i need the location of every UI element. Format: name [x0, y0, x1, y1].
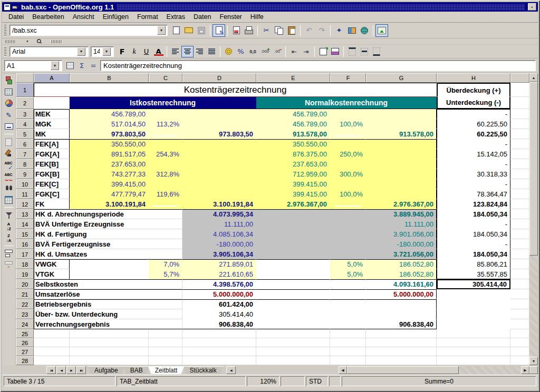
cell-A9[interactable]: FGK[B]: [34, 169, 70, 179]
paste-icon[interactable]: [285, 24, 298, 37]
delete-decimal-place-icon[interactable]: [271, 46, 283, 57]
cut-icon[interactable]: ✂: [260, 24, 273, 37]
cell-F27[interactable]: [330, 347, 366, 356]
cell-filler-28[interactable]: [510, 356, 529, 365]
horizontal-scrollbar-thumb[interactable]: [347, 366, 459, 374]
cell-F14[interactable]: [330, 219, 366, 229]
cell-G20[interactable]: 4.093.161,60: [366, 279, 437, 289]
scroll-right-button[interactable]: ▶: [521, 366, 529, 374]
cell-H21[interactable]: [437, 289, 510, 299]
row-header-1[interactable]: 1: [16, 83, 34, 97]
cell-D4[interactable]: [182, 119, 256, 129]
cell-filler-14[interactable]: [510, 219, 529, 229]
cell-B10[interactable]: 399.415,00: [70, 179, 149, 189]
cell-G6[interactable]: [366, 139, 437, 149]
cell-H11[interactable]: 78.364,47: [437, 189, 510, 199]
cell-F23[interactable]: [330, 309, 366, 319]
cell-D21[interactable]: 5.000.000,00: [182, 289, 256, 299]
insert-cells-icon[interactable]: [3, 86, 15, 97]
cell-B2[interactable]: Istkostenrechnung: [70, 97, 256, 109]
cell-B11[interactable]: 477.779,47: [70, 189, 149, 199]
cell-G3[interactable]: [366, 109, 437, 119]
scroll-up-button[interactable]: ▲: [529, 73, 538, 82]
cell-G4[interactable]: [366, 119, 437, 129]
previous-sheet-button[interactable]: ◀: [56, 366, 66, 374]
cell-D15[interactable]: 4.085.106,34: [182, 229, 256, 239]
cell-E18[interactable]: [256, 259, 330, 269]
cell-H10[interactable]: -: [437, 179, 510, 189]
cell-filler-6[interactable]: [510, 139, 529, 149]
cell-A12[interactable]: FK: [34, 199, 70, 209]
cell-A28[interactable]: [34, 356, 70, 365]
cell-G11[interactable]: [366, 189, 437, 199]
background-color-icon[interactable]: [329, 46, 341, 57]
menu-datei[interactable]: Datei: [4, 12, 28, 22]
cell-F13[interactable]: [330, 209, 366, 219]
cell-H20[interactable]: 305.414,40: [437, 279, 510, 289]
cell-A11[interactable]: FGK[C]: [34, 189, 70, 199]
cell-B26[interactable]: [70, 338, 149, 347]
cell-G21[interactable]: 5.000.000,00: [366, 289, 437, 299]
cell-B28[interactable]: [70, 356, 149, 365]
cell-C10[interactable]: [149, 179, 182, 189]
align-bottom-icon[interactable]: [370, 46, 382, 57]
cell-A8[interactable]: FEK[B]: [34, 159, 70, 169]
cell-H15[interactable]: 184.050,34: [437, 229, 510, 239]
first-sheet-button[interactable]: |◀: [46, 366, 56, 374]
cell-E23[interactable]: [256, 309, 330, 319]
cell-E4[interactable]: 456.789,00: [256, 119, 330, 129]
name-box-dropdown-arrow-icon[interactable]: ▼: [51, 61, 59, 70]
cell-filler-7[interactable]: [510, 149, 529, 159]
cell-filler-2[interactable]: [510, 97, 529, 109]
row-header-23[interactable]: 23: [16, 309, 34, 319]
cell-D9[interactable]: [182, 169, 256, 179]
cell-H16[interactable]: -: [437, 239, 510, 249]
cell-F7[interactable]: 250,0%: [330, 149, 366, 159]
number-format-currency-icon[interactable]: [223, 46, 235, 57]
cell-C11[interactable]: 119,6%: [149, 189, 182, 199]
vertical-scrollbar-track[interactable]: [529, 256, 538, 357]
align-left-icon[interactable]: [169, 46, 181, 57]
cell-A17[interactable]: HK d. Umsatzes: [34, 249, 182, 259]
menu-bearbeiten[interactable]: Bearbeiten: [28, 12, 68, 22]
borders-icon[interactable]: [317, 46, 329, 57]
cell-B4[interactable]: 517.014,50: [70, 119, 149, 129]
cell-A20[interactable]: Selbstkosten: [34, 279, 182, 289]
cell-F18[interactable]: 5,0%: [330, 259, 366, 269]
cell-G7[interactable]: [366, 149, 437, 159]
cell-B18[interactable]: [70, 259, 149, 269]
row-header-17[interactable]: 17: [16, 249, 34, 259]
row-header-9[interactable]: 9: [16, 169, 34, 179]
tab-scroll-left-button[interactable]: ◀: [226, 366, 236, 374]
cell-F4[interactable]: 100,0%: [330, 119, 366, 129]
spellcheck-icon[interactable]: [3, 159, 15, 171]
cell-filler-3[interactable]: [510, 109, 529, 119]
url-input[interactable]: [10, 26, 157, 35]
cell-H5[interactable]: 60.225,50: [437, 129, 510, 139]
cell-E14[interactable]: [256, 219, 330, 229]
cell-G5[interactable]: 913.578,00: [366, 129, 437, 139]
row-header-4[interactable]: 4: [16, 119, 34, 129]
cell-F24[interactable]: [330, 319, 366, 329]
cell-A18[interactable]: VWGK: [34, 259, 70, 269]
cell-D23[interactable]: 305.414,40: [182, 309, 256, 319]
cell-H6[interactable]: -: [437, 139, 510, 149]
cell-filler-20[interactable]: [510, 279, 529, 289]
cell-D6[interactable]: [182, 139, 256, 149]
toolbar-grip[interactable]: [4, 46, 6, 56]
window-control-button[interactable]: ▪: [528, 3, 536, 11]
autoformat-icon[interactable]: [3, 148, 15, 159]
cell-filler-13[interactable]: [510, 209, 529, 219]
window-pin-icon[interactable]: [12, 4, 18, 9]
italic-icon[interactable]: k: [128, 46, 140, 57]
cell-D7[interactable]: [182, 149, 256, 159]
cell-G8[interactable]: [366, 159, 437, 169]
cell-H7[interactable]: 15.142,05: [437, 149, 510, 159]
cell-G16[interactable]: -180.000,00: [366, 239, 437, 249]
cell-E27[interactable]: [256, 347, 330, 356]
row-header-13[interactable]: 13: [16, 209, 34, 219]
cell-E2[interactable]: Normalkostenrechnung: [256, 97, 437, 109]
cell-G10[interactable]: [366, 179, 437, 189]
cell-D28[interactable]: [182, 356, 256, 365]
cell-D5[interactable]: 973.803,50: [182, 129, 256, 139]
